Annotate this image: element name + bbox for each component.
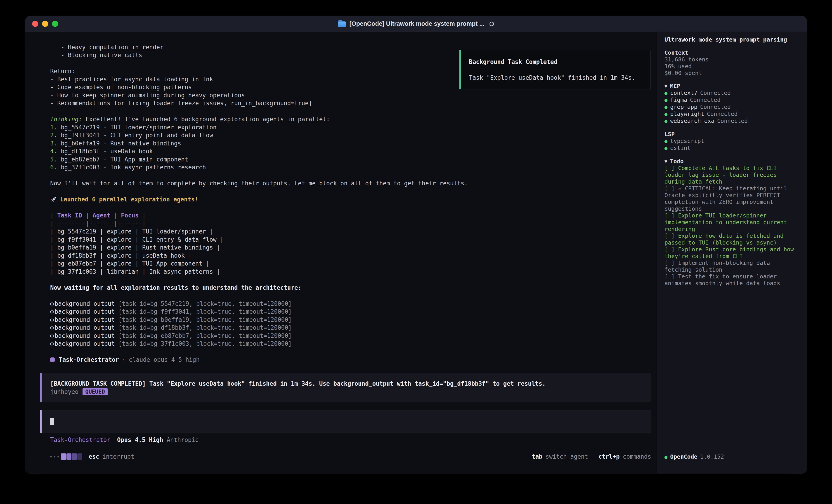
circle-icon [490, 22, 494, 26]
window-title: [OpenCode] Ultrawork mode system prompt … [349, 20, 484, 27]
todo-section: ▼Todo [ ] Complete ALL tasks to fix CLI … [665, 158, 800, 287]
todo-item: [ ] Test the fix to ensure loader animat… [665, 273, 800, 287]
gear-icon: ⚙ [50, 316, 54, 323]
mcp-item: ●websearch_exaConnected [665, 118, 800, 124]
tool-call: ⚙background_output [task_id=bg_eb87ebb7,… [50, 332, 656, 340]
todo-item: [ ] Complete ALL tasks to fix CLI loader… [665, 165, 800, 185]
table-row: | bg_5547c219 | explore | TUI loader/spi… [50, 228, 656, 236]
status-dot-icon: ● [665, 90, 668, 96]
active-model: Opus 4.5 High [117, 437, 163, 443]
mcp-section: ▼MCP ●context7Connected ●figmaConnected … [665, 83, 800, 124]
lsp-header: LSP [665, 131, 800, 138]
table-row: | bg_df18bb3f | explore | useData hook | [50, 252, 656, 260]
tab-key-hint: tab [532, 453, 542, 460]
app-name: OpenCode [670, 453, 697, 460]
ctrlp-key-label: commands [623, 453, 651, 460]
todo-item: [ ] Explore how data is fetched and pass… [665, 232, 800, 246]
folder-icon [338, 22, 346, 27]
todo-item: [ ] ⚠ CRITICAL: Keep iterating until Ora… [665, 185, 800, 212]
gear-icon: ⚙ [50, 332, 54, 339]
rocket-icon [50, 196, 57, 203]
progress-block [61, 453, 66, 460]
status-dot-icon: ● [665, 118, 668, 124]
table-row: | bg_37f1c003 | librarian | Ink async pa… [50, 268, 656, 276]
status-dot-icon: ● [665, 104, 668, 111]
agent-list-item: 4. bg_df18bb3f - useData hook [50, 147, 656, 156]
gear-icon: ⚙ [50, 324, 54, 331]
mcp-item: ●figmaConnected [665, 96, 800, 104]
sidebar: Ultrawork mode system prompt parsing Con… [656, 32, 807, 474]
window-titlebar[interactable]: [OpenCode] Ultrawork mode system prompt … [25, 16, 807, 32]
prompt-input[interactable] [40, 410, 651, 433]
status-dot-icon: ● [665, 111, 668, 118]
message-line: Now I'll wait for all of them to complet… [50, 179, 656, 188]
todo-item: [ ] Explore TUI loader/spinner implement… [665, 212, 800, 232]
background-task-message: [BACKGROUND TASK COMPLETED] Task "Explor… [40, 373, 651, 402]
status-dot-icon: ● [665, 138, 668, 145]
table-header: | Task ID | Agent | Focus | [50, 212, 656, 220]
gear-icon: ⚙ [50, 300, 54, 307]
lsp-item: ●typescript [665, 138, 800, 145]
context-tokens: 31,686 tokens [665, 56, 800, 63]
waiting-heading: Now waiting for all exploration results … [50, 284, 656, 292]
agent-status-line: Task-Orchestrator·claude-opus-4-5-high [50, 356, 656, 364]
progress-block [77, 453, 82, 460]
agent-list-item: 2. bg_f9ff3041 - CLI entry point and dat… [50, 132, 656, 140]
model-provider: Anthropic [167, 437, 199, 443]
table-row: | bg_eb87ebb7 | explore | TUI App compon… [50, 260, 656, 268]
agent-list-item: 3. bg_b0effa19 - Rust native bindings [50, 139, 656, 147]
chevron-down-icon: ▼ [665, 83, 668, 90]
message-line: - Recommendations for fixing loader free… [50, 100, 656, 108]
todo-header[interactable]: ▼Todo [665, 158, 800, 165]
status-dot-icon: ● [665, 97, 668, 104]
status-badge: QUEUED [82, 388, 108, 395]
session-title: Ultrawork mode system prompt parsing [665, 36, 800, 43]
tool-call: ⚙background_output [task_id=bg_df18bb3f,… [50, 324, 656, 332]
todo-item: [ ] Implement non-blocking data fetching… [665, 260, 800, 273]
mcp-item: ●grep_appConnected [665, 104, 800, 111]
tool-call: ⚙background_output [task_id=bg_37f1c003,… [50, 340, 656, 348]
ctrlp-key-hint: ctrl+p [598, 453, 620, 460]
esc-key-label: interrupt [102, 453, 134, 460]
context-section: Context 31,686 tokens 16% used $0.00 spe… [665, 50, 800, 77]
task-completed-text: [BACKGROUND TASK COMPLETED] Task "Explor… [50, 380, 644, 388]
table-row: | bg_f9ff3041 | explore | CLI entry & da… [50, 235, 656, 244]
toast-notification: Background Task Completed Task "Explore … [460, 50, 651, 89]
esc-key-hint: esc [88, 453, 99, 460]
spinner-dot [57, 456, 59, 457]
mcp-item: ●playwrightConnected [665, 111, 800, 118]
zoom-button[interactable] [52, 21, 58, 27]
prompt-input-block: Task-OrchestratorOpus 4.5 HighAnthropic [40, 410, 651, 443]
window-title-group: [OpenCode] Ultrawork mode system prompt … [338, 20, 494, 27]
username: junhoyeo [50, 388, 78, 396]
mcp-header[interactable]: ▼MCP [665, 83, 800, 90]
agent-list-item: 5. bg_eb87ebb7 - TUI App main component [50, 156, 656, 164]
todo-item: [ ] Explore Rust core bindings and how t… [665, 246, 800, 260]
status-dot-icon: ● [665, 145, 668, 152]
gear-icon: ⚙ [50, 340, 54, 347]
app-version-number: 1.0.152 [700, 453, 724, 460]
warning-icon: ⚠ [678, 185, 681, 192]
agent-list-item: 1. bg_5547c219 - TUI loader/spinner expl… [50, 123, 656, 132]
progress-block [72, 453, 77, 460]
tool-call: ⚙background_output [task_id=bg_f9ff3041,… [50, 308, 656, 316]
traffic-lights [32, 21, 58, 27]
launch-banner: Launched 6 parallel exploration agents! [50, 196, 656, 204]
spinner-dot [50, 456, 52, 457]
lsp-section: LSP ●typescript ●eslint [665, 131, 800, 152]
chevron-down-icon: ▼ [665, 158, 668, 165]
notification-body: Task "Explore useData hook" finished in … [469, 74, 644, 82]
table-separator: |---------|-------|-------| [50, 220, 656, 228]
thinking-line: Thinking: Excellent! I've launched 6 bac… [50, 115, 656, 123]
thinking-label: Thinking: [50, 116, 82, 122]
status-dot-icon: ● [665, 454, 668, 460]
agent-icon [50, 358, 55, 362]
message-line: - How to keep spinner animating during h… [50, 91, 656, 100]
close-button[interactable] [32, 21, 38, 27]
status-bar: escinterrupt tabswitch agentctrl+pcomman… [50, 452, 651, 461]
conversation-pane: - Heavy computation in render - Blocking… [25, 32, 656, 474]
tool-call: ⚙background_output [task_id=bg_5547c219,… [50, 300, 656, 308]
tab-key-label: switch agent [546, 453, 588, 460]
minimize-button[interactable] [42, 21, 48, 27]
active-agent: Task-Orchestrator [50, 437, 110, 443]
